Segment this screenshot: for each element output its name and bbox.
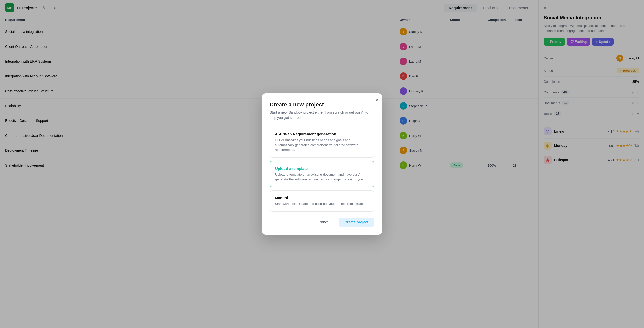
app-container: MF LL Project ▾ ✎ ⌕ Requirement Products…: [0, 0, 644, 328]
modal-title: Create a new project: [270, 101, 374, 108]
modal-close-button[interactable]: ×: [375, 97, 378, 103]
option-description: Start with a blank slate and build out y…: [275, 201, 369, 207]
option-manual[interactable]: Manual Start with a blank slate and buil…: [270, 190, 374, 212]
option-description: Our AI analyzes your business needs and …: [275, 138, 369, 152]
modal-footer: Cancel Create project: [270, 218, 374, 227]
create-project-modal: × Create a new project Start a new Sandb…: [262, 93, 382, 235]
option-title: Upload a template: [275, 166, 369, 171]
option-title: Manual: [275, 196, 369, 200]
option-title: AI-Driven Requirement generation: [275, 132, 369, 136]
create-project-button[interactable]: Create project: [339, 218, 374, 227]
modal-subtitle: Start a new Sandbox project either from …: [270, 110, 374, 120]
option-ai-driven[interactable]: AI-Driven Requirement generation Our AI …: [270, 127, 374, 158]
cancel-button[interactable]: Cancel: [312, 218, 336, 227]
modal-overlay[interactable]: × Create a new project Start a new Sandb…: [0, 0, 644, 328]
option-description: Upload a template or an existing documen…: [275, 172, 369, 182]
option-upload-template[interactable]: Upload a template Upload a template or a…: [270, 161, 374, 187]
